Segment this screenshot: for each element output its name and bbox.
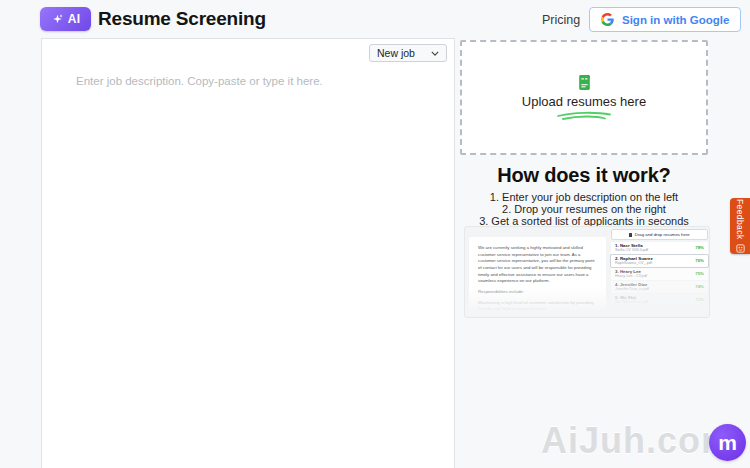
watermark: AiJuh.com m [578,422,748,464]
google-signin-label: Sign in with Google [622,14,729,26]
applicant-row: 5. Wu Shji Wu Shji resume.pdf 73% [611,294,708,306]
preview-dropzone-header: Drag and drop resumes here [611,229,708,240]
brand-logo[interactable]: AI Resume Screening [40,7,266,31]
smiley-icon [736,244,745,253]
page-title: Resume Screening [98,8,266,30]
resume-screening-app: { "header": { "brand_badge_text": "AI", … [0,0,750,468]
preview-responsibility-item: Troubleshooting and resolving user issue… [478,317,597,318]
job-description-input[interactable] [42,39,454,468]
file-icon [629,233,632,237]
chevron-down-icon [431,51,439,56]
match-score: 78% [695,245,704,250]
applicant-row: 1. Nasr Stella Stella CV V03.0.pdf 78% [611,242,708,254]
applicant-row: 4. Jennifer Diaz Jennifer Diaz_cv.pdf 74… [611,281,708,293]
preview-applicant-list: Drag and drop resumes here 1. Nasr Stell… [611,229,708,307]
applicant-row: 3. Heary Lee Heary Lee - CV.pdf 75% [611,268,708,280]
preview-responsibility-item: Maintaining a high level of customer sat… [478,300,597,313]
preview-dropzone-label: Drag and drop resumes here [635,232,690,237]
preview-job-description-card: We are currently seeking a highly motiva… [469,237,606,318]
match-score: 75% [695,271,704,276]
feedback-label: Feedback [735,199,745,240]
job-selector-value: New job [377,47,415,59]
job-selector-dropdown[interactable]: New job [369,44,447,62]
demo-preview-image: We are currently seeking a highly motiva… [464,226,710,318]
google-logo-icon [601,13,614,26]
watermark-monkey-icon: m [709,424,746,461]
spreadsheet-file-icon [576,74,593,91]
green-swoosh-underline [555,111,613,122]
match-score: 74% [695,284,704,289]
upload-label: Upload resumes here [522,94,646,109]
how-it-works-section: How does it work? 1. Enter your job desc… [458,164,710,227]
ai-badge-label: AI [68,12,81,26]
pricing-link[interactable]: Pricing [542,13,580,27]
google-signin-button[interactable]: Sign in with Google [589,7,741,32]
sparkle-icon [51,13,64,26]
feedback-tab[interactable]: Feedback [730,198,750,254]
how-it-works-title: How does it work? [458,164,710,187]
how-it-works-step: 2. Drop your resumes on the right [458,204,710,216]
match-score: 76% [695,258,704,263]
ai-badge: AI [40,7,91,31]
applicant-row: 2. Raphael Suarez RaphSuarez_CV_.pdf 76% [611,255,708,267]
preview-job-description-text: We are currently seeking a highly motiva… [478,245,597,285]
resume-upload-dropzone[interactable]: Upload resumes here [460,40,708,155]
match-score: 73% [695,297,704,302]
preview-responsibilities-heading: Responsibilities include: [478,289,597,296]
watermark-text: AiJuh.com [541,420,734,462]
job-description-panel: New job [41,38,455,468]
